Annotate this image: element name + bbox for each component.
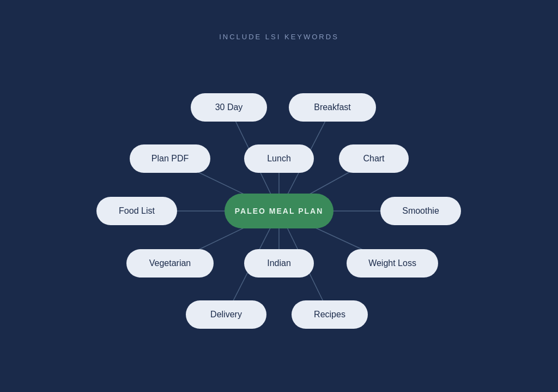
node-delivery: Delivery [186, 300, 266, 329]
diagram-container: PALEO MEAL PLAN30 DayBreakfastPlan PDFLu… [0, 55, 558, 392]
page-header: INCLUDE LSI KEYWORDS [0, 0, 558, 41]
page-title: INCLUDE LSI KEYWORDS [0, 0, 558, 41]
node-weightloss: Weight Loss [347, 249, 438, 278]
node-foodlist: Food List [96, 197, 177, 225]
node-lunch: Lunch [244, 144, 314, 173]
node-chart: Chart [339, 144, 409, 173]
node-planpdf: Plan PDF [130, 144, 210, 173]
node-recipes: Recipes [292, 300, 368, 329]
node-vegetarian: Vegetarian [126, 249, 214, 278]
node-indian: Indian [244, 249, 314, 278]
node-breakfast: Breakfast [289, 93, 376, 122]
node-smoothie: Smoothie [380, 197, 461, 225]
node-center: PALEO MEAL PLAN [225, 194, 333, 228]
node-30day: 30 Day [191, 93, 267, 122]
